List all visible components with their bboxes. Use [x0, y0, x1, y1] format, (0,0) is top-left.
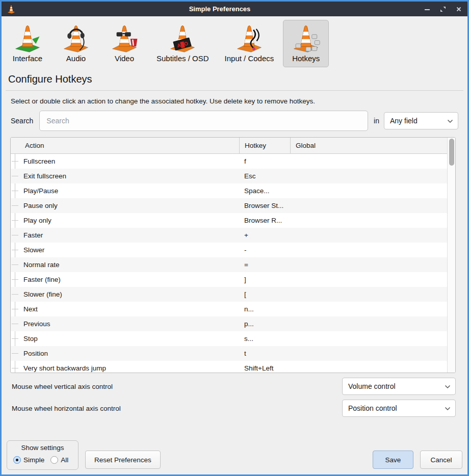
settings-radio-option[interactable]: Simple [13, 456, 44, 464]
hotkey-cell: Browser St... [239, 202, 290, 209]
table-row[interactable]: Normal rate = [11, 257, 447, 272]
search-field-value: Any field [390, 117, 418, 125]
action-cell: Faster (fine) [11, 276, 239, 283]
table-row[interactable]: Position t [11, 346, 447, 361]
preferences-tab[interactable]: Video [101, 20, 147, 67]
action-cell: Position [11, 350, 239, 357]
tree-branch-icon [12, 235, 18, 235]
wheel-control-select[interactable]: Volume control [342, 378, 456, 395]
hotkey-cell: f [239, 157, 290, 165]
tab-label: Input / Codecs [225, 54, 274, 63]
preferences-tab[interactable]: Interface [5, 20, 50, 67]
column-header-hotkey[interactable]: Hotkey [239, 138, 290, 153]
hotkey-cell: Esc [239, 172, 290, 180]
hotkeys-hint-text: Select or double click an action to chan… [11, 97, 458, 105]
hotkey-cell: [ [239, 290, 290, 298]
action-cell: Very short backwards jump [11, 364, 239, 372]
preferences-tab[interactable]: Hotkeys [283, 20, 329, 67]
wheel-control-select[interactable]: Position control [342, 400, 456, 417]
table-row[interactable]: Slower (fine) [ [11, 287, 447, 302]
table-row[interactable]: Play only Browser R... [11, 213, 447, 228]
column-header-global[interactable]: Global [290, 138, 455, 153]
tab-icon [233, 23, 266, 53]
minimize-icon[interactable] [424, 6, 431, 13]
table-row[interactable]: Fullscreen f [11, 154, 447, 169]
hotkey-cell: - [239, 246, 290, 254]
action-cell: Previous [11, 320, 239, 328]
tree-branch-icon [12, 368, 18, 368]
wheel-control-value: Volume control [348, 382, 396, 390]
wheel-control-label: Mouse wheel vertical axis control [12, 383, 113, 390]
tab-icon [290, 23, 322, 53]
column-header-action[interactable]: Action [11, 138, 239, 153]
window-title: Simple Preferences [16, 5, 424, 13]
table-row[interactable]: Next n... [11, 302, 447, 316]
cancel-button[interactable]: Cancel [420, 451, 462, 469]
window-controls [424, 6, 462, 13]
table-row[interactable]: Stop s... [11, 331, 447, 346]
hotkeys-table: Action Hotkey Global Fullscreen f Exit f… [10, 137, 456, 373]
table-row[interactable]: Pause only Browser St... [11, 198, 447, 213]
tree-branch-icon [12, 265, 18, 265]
table-row[interactable]: Exit fullscreen Esc [11, 169, 447, 183]
hotkey-cell: Browser R... [239, 217, 290, 224]
hotkey-cell: p... [239, 320, 290, 328]
tree-branch-icon [12, 220, 18, 221]
tree-branch-icon [12, 324, 18, 324]
action-cell: Stop [11, 335, 239, 342]
settings-radio-option[interactable]: All [50, 456, 68, 464]
in-label: in [374, 117, 379, 125]
hotkey-cell: Space... [239, 187, 290, 195]
tree-branch-icon [12, 279, 18, 280]
footer-bar: Show settings Simple All Reset Preferenc… [7, 440, 462, 470]
preferences-tab[interactable]: Input / Codecs [218, 20, 281, 67]
preferences-tabbar: Interface Audio Video A█O Subtitles / OS… [2, 16, 467, 68]
search-field-select[interactable]: Any field [384, 112, 458, 129]
radio-label: Simple [23, 456, 44, 464]
show-settings-radios: Simple All [13, 456, 72, 464]
tree-branch-icon [12, 353, 18, 354]
titlebar: Simple Preferences [2, 2, 467, 16]
preferences-tab[interactable]: A█O Subtitles / OSD [150, 20, 216, 67]
action-cell: Pause only [11, 202, 239, 209]
hotkey-cell: s... [239, 335, 290, 342]
save-button[interactable]: Save [373, 451, 413, 469]
table-row[interactable]: Faster + [11, 228, 447, 243]
tab-icon [11, 23, 44, 53]
chevron-down-icon [447, 117, 453, 125]
table-scrollbar[interactable] [447, 138, 455, 373]
tab-label: Hotkeys [292, 54, 320, 63]
tree-branch-icon [12, 161, 18, 162]
chevron-down-icon [445, 404, 451, 412]
wheel-controls: Mouse wheel vertical axis control Volume… [2, 373, 467, 417]
search-row: Search in Any field [11, 111, 458, 131]
wheel-control-value: Position control [348, 404, 397, 412]
hotkey-cell: = [239, 261, 290, 269]
action-cell: Exit fullscreen [11, 172, 239, 180]
action-cell: Fullscreen [11, 157, 239, 165]
reset-preferences-button[interactable]: Reset Preferences [85, 451, 161, 469]
maximize-icon[interactable] [439, 6, 447, 13]
close-icon[interactable] [455, 6, 462, 13]
wheel-control-label: Mouse wheel horizontal axis control [12, 405, 121, 412]
hotkey-cell: + [239, 231, 290, 239]
tree-branch-icon [12, 176, 18, 176]
table-row[interactable]: Slower - [11, 243, 447, 257]
radio-icon[interactable] [50, 456, 58, 464]
radio-label: All [61, 456, 68, 464]
show-settings-title: Show settings [13, 444, 72, 452]
search-input[interactable] [39, 111, 368, 131]
table-row[interactable]: Play/Pause Space... [11, 183, 447, 198]
action-cell: Faster [11, 231, 239, 239]
tree-branch-icon [12, 205, 18, 206]
table-row[interactable]: Faster (fine) ] [11, 272, 447, 287]
action-cell: Play only [11, 217, 239, 224]
scrollbar-thumb[interactable] [449, 139, 454, 166]
table-row[interactable]: Very short backwards jump Shift+Left [11, 361, 447, 373]
table-row[interactable]: Previous p... [11, 316, 447, 331]
action-cell: Play/Pause [11, 187, 239, 195]
tab-icon: A█O [166, 23, 199, 53]
wheel-control-row: Mouse wheel vertical axis control Volume… [12, 378, 456, 395]
preferences-tab[interactable]: Audio [53, 20, 99, 67]
radio-icon[interactable] [13, 456, 21, 464]
